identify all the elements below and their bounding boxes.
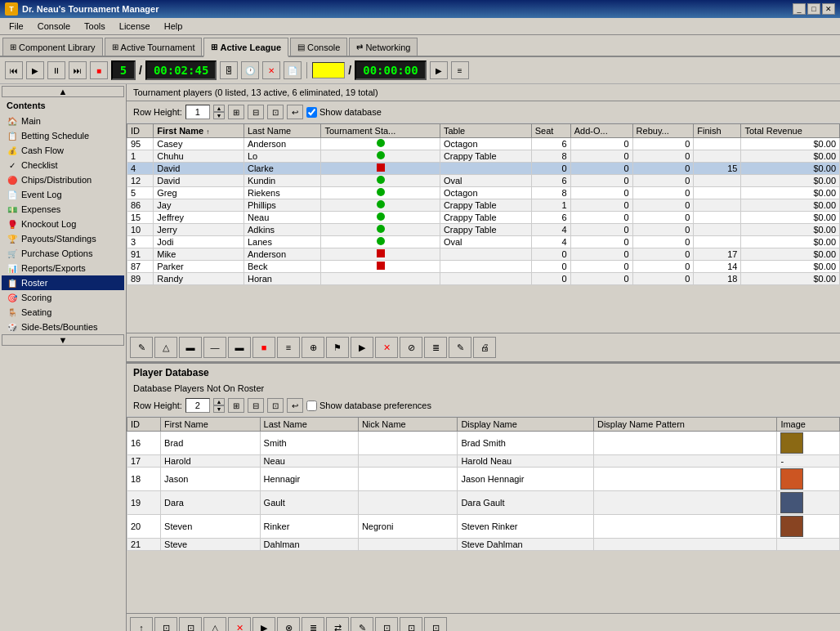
menu-tools[interactable]: Tools <box>79 20 110 33</box>
action-list-btn[interactable]: ≡ <box>277 337 300 358</box>
minimize-btn[interactable]: _ <box>793 3 806 15</box>
sidebar-item-betting[interactable]: 📋 Betting Schedule <box>2 128 124 143</box>
toolbar-pages-btn[interactable]: 📄 <box>284 61 302 79</box>
db-col-displayname[interactable]: Display Name <box>458 418 594 432</box>
col-seat[interactable]: Seat <box>531 124 570 138</box>
db-action-triangle-btn[interactable]: △ <box>203 617 226 631</box>
col-config3-btn[interactable]: ⊡ <box>267 105 284 119</box>
action-lines-btn[interactable]: ≣ <box>424 337 447 358</box>
toolbar-db-btn[interactable]: 🗄 <box>220 61 238 79</box>
db-col-config2-btn[interactable]: ⊟ <box>248 398 264 413</box>
row-height-input[interactable] <box>185 105 210 119</box>
col-table[interactable]: Table <box>440 124 531 138</box>
table-row[interactable]: 89 Randy Horan 0 0 0 18 $0.00 <box>127 273 840 285</box>
action-add-btn[interactable]: ⊕ <box>302 337 324 358</box>
db-table-container[interactable]: ID First Name Last Name Nick Name Displa… <box>127 417 840 613</box>
action-stripe-btn[interactable]: ▬ <box>179 337 202 358</box>
db-action-import-btn[interactable]: ⊡ <box>400 617 422 631</box>
db-col-config-btn[interactable]: ⊞ <box>228 398 244 413</box>
table-row[interactable]: 15 Jeffrey Neau Crappy Table 6 0 0 $0.00 <box>127 212 840 224</box>
sidebar-item-eventlog[interactable]: 📄 Event Log <box>2 187 124 202</box>
list-item[interactable]: 20 Steven Rinker Negroni Steven Rinker <box>127 515 840 539</box>
toolbar-rewind-btn[interactable]: ⏮ <box>5 61 23 79</box>
db-col-lastname[interactable]: Last Name <box>260 418 358 432</box>
sidebar-item-reports[interactable]: 📊 Reports/Exports <box>2 261 124 275</box>
col-status[interactable]: Tournament Sta... <box>321 124 440 138</box>
toolbar-list-btn[interactable]: ≡ <box>451 61 469 79</box>
sidebar-item-sidebets[interactable]: 🎲 Side-Bets/Bounties <box>2 320 124 334</box>
action-play-btn[interactable]: ▶ <box>351 337 373 358</box>
sidebar-item-expenses[interactable]: 💵 Expenses <box>2 202 124 217</box>
table-row[interactable]: 12 David Kundin Oval 6 0 0 $0.00 <box>127 175 840 187</box>
toolbar-clock-btn[interactable]: 🕐 <box>241 61 259 79</box>
toolbar-play2-btn[interactable]: ▶ <box>430 61 448 79</box>
menu-license[interactable]: License <box>114 20 155 33</box>
action-flag-btn[interactable]: ⚑ <box>326 337 349 358</box>
show-preferences-checkbox[interactable] <box>306 401 317 411</box>
db-action-pencil-btn[interactable]: ✎ <box>351 617 373 631</box>
sidebar-item-roster[interactable]: 📋 Roster <box>2 275 124 290</box>
action-ban-btn[interactable]: ⊘ <box>400 337 422 358</box>
db-action-play-btn[interactable]: ▶ <box>252 617 275 631</box>
sidebar-item-purchase[interactable]: 🛒 Purchase Options <box>2 246 124 261</box>
menu-file[interactable]: File <box>4 20 29 33</box>
action-pencil-btn[interactable]: ✎ <box>449 337 471 358</box>
col-finish[interactable]: Finish <box>694 124 741 138</box>
list-item[interactable]: 18 Jason Hennagir Jason Hennagir <box>127 468 840 491</box>
db-action-export-btn[interactable]: ⊡ <box>424 617 447 631</box>
db-row-height-input[interactable] <box>185 398 210 413</box>
maximize-btn[interactable]: □ <box>807 3 820 15</box>
db-row-height-up[interactable]: ▲ <box>213 398 225 405</box>
list-item[interactable]: 17 Harold Neau Harold Neau - <box>127 455 840 468</box>
db-action-box-btn[interactable]: ⊡ <box>375 617 398 631</box>
db-col-config4-btn[interactable]: ↩ <box>287 398 303 413</box>
db-action-up-btn[interactable]: ↑ <box>130 617 153 631</box>
db-col-image[interactable]: Image <box>777 418 840 432</box>
table-row[interactable]: 3 Jodi Lanes Oval 4 0 0 $0.00 <box>127 236 840 248</box>
db-action-lines-btn[interactable]: ≣ <box>302 617 324 631</box>
yellow-input[interactable] <box>312 62 345 78</box>
db-row-height-down[interactable]: ▼ <box>213 405 225 413</box>
toolbar-ff-btn[interactable]: ⏭ <box>69 61 87 79</box>
action-edit-btn[interactable]: ✎ <box>130 337 153 358</box>
row-height-up[interactable]: ▲ <box>213 105 225 112</box>
close-btn[interactable]: ✕ <box>822 3 835 15</box>
toolbar-pause-btn[interactable]: ⏸ <box>47 61 65 79</box>
sidebar-item-scoring[interactable]: 🎯 Scoring <box>2 290 124 305</box>
db-col-nickname[interactable]: Nick Name <box>358 418 458 432</box>
db-action-stop-btn[interactable]: ⊗ <box>277 617 300 631</box>
sidebar-item-checklist[interactable]: ✓ Checklist <box>2 158 124 172</box>
sidebar-item-payouts[interactable]: 🏆 Payouts/Standings <box>2 231 124 246</box>
list-item[interactable]: 21 Steve Dahlman Steve Dahlman <box>127 539 840 551</box>
tab-active-tournament[interactable]: ⊞ Active Tournament <box>105 38 203 56</box>
action-stripe2-btn[interactable]: — <box>203 337 226 358</box>
table-row[interactable]: 4 David Clarke 0 0 0 15 $0.00 <box>127 163 840 175</box>
table-row[interactable]: 91 Mike Anderson 0 0 0 17 $0.00 <box>127 248 840 261</box>
toolbar-stop-btn[interactable]: ■ <box>90 61 108 79</box>
action-x-btn[interactable]: ✕ <box>375 337 398 358</box>
list-item[interactable]: 19 Dara Gault Dara Gault <box>127 491 840 515</box>
sidebar-item-seating[interactable]: 🪑 Seating <box>2 305 124 320</box>
col-addon[interactable]: Add-O... <box>570 124 632 138</box>
col-lastname[interactable]: Last Name <box>244 124 320 138</box>
table-row[interactable]: 95 Casey Anderson Octagon 6 0 0 $0.00 <box>127 138 840 150</box>
table-row[interactable]: 86 Jay Phillips Crappy Table 1 0 0 $0.00 <box>127 199 840 212</box>
db-action-swap-btn[interactable]: ⇄ <box>326 617 349 631</box>
db-action-x-btn[interactable]: ✕ <box>228 617 251 631</box>
action-print-btn[interactable]: 🖨 <box>473 337 496 358</box>
action-stop-btn[interactable]: ■ <box>252 337 275 358</box>
db-action-edit-btn[interactable]: ⊡ <box>179 617 202 631</box>
col-config4-btn[interactable]: ↩ <box>287 105 303 119</box>
sidebar-scroll-up[interactable]: ▲ <box>2 86 124 97</box>
sidebar-item-knockout[interactable]: 🥊 Knockout Log <box>2 217 124 231</box>
tab-active-league[interactable]: ⊞ Active League <box>203 38 288 57</box>
show-database-checkbox[interactable] <box>306 107 317 118</box>
tab-networking[interactable]: ⇄ Networking <box>349 38 418 56</box>
db-action-add-btn[interactable]: ⊡ <box>154 617 177 631</box>
col-firstname[interactable]: First Name ↑ <box>154 124 244 138</box>
tournament-table-container[interactable]: ID First Name ↑ Last Name Tournament Sta… <box>127 123 840 333</box>
col-revenue[interactable]: Total Revenue <box>741 124 840 138</box>
toolbar-play-btn[interactable]: ▶ <box>26 61 44 79</box>
action-up-btn[interactable]: △ <box>154 337 177 358</box>
db-col-id[interactable]: ID <box>127 418 161 432</box>
